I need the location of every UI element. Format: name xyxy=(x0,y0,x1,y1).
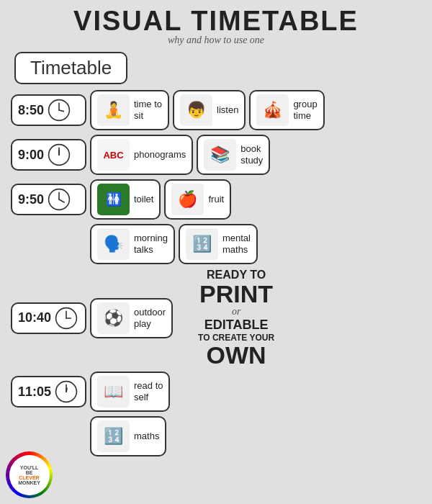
morning-talks-label: morningtalks xyxy=(134,233,168,255)
time-1105: 11:05 xyxy=(18,384,51,400)
activity-morning-talks: 🗣️ morningtalks xyxy=(90,224,175,264)
time-to-sit-label: time tosit xyxy=(134,99,162,121)
timetable-label: Timetable xyxy=(14,52,127,84)
maths-icon: 🔢 xyxy=(97,420,130,452)
mental-maths-label: mentalmaths xyxy=(222,233,251,255)
activity-outdoor-play: ⚽ outdoorplay xyxy=(90,298,173,338)
maths-label: maths xyxy=(134,431,159,442)
or-text: or xyxy=(198,306,274,318)
svg-line-14 xyxy=(66,388,67,392)
sub-title: why and how to use one xyxy=(11,35,421,46)
time-1040: 10:40 xyxy=(18,310,51,325)
activity-fruit: 🍎 fruit xyxy=(164,179,231,220)
toilet-label: toilet xyxy=(134,194,153,205)
mental-maths-icon: 🔢 xyxy=(186,228,218,260)
activity-mental-maths: 🔢 mentalmaths xyxy=(179,224,258,264)
editable-text: EDITABLE xyxy=(198,318,274,333)
clock-icon-850 xyxy=(48,99,71,122)
clock-icon-1040 xyxy=(55,307,78,330)
main-title: VISUAL TIMETABLE xyxy=(11,7,421,35)
time-card-900: 9:00 xyxy=(11,139,86,171)
outdoor-play-icon: ⚽ xyxy=(97,302,130,334)
book-study-icon: 📚 xyxy=(204,139,236,171)
time-card-950: 9:50 xyxy=(11,184,86,215)
ready-section: READY TO PRINT or EDITABLE TO CREATE YOU… xyxy=(198,269,274,367)
activity-time-to-sit: 🧘 time tosit xyxy=(90,90,169,130)
morning-talks-icon: 🗣️ xyxy=(97,228,130,260)
time-900: 9:00 xyxy=(18,148,44,163)
clock-icon-950 xyxy=(48,188,71,211)
group-time-icon: 🎪 xyxy=(256,94,289,126)
time-850: 8:50 xyxy=(18,103,44,118)
activity-read-to-self: 📖 read toself xyxy=(90,372,170,412)
time-to-sit-icon: 🧘 xyxy=(97,94,130,126)
clock-icon-1105 xyxy=(55,380,78,403)
row-950: 9:50 🚻 toilet 🍎 fruit xyxy=(11,179,421,220)
own-text: OWN xyxy=(198,343,274,367)
outdoor-play-label: outdoorplay xyxy=(134,307,166,329)
row-850: 8:50 🧘 time tosit 👦 listen 🎪 grouptime xyxy=(11,90,421,130)
listen-icon: 👦 xyxy=(180,94,212,126)
row-900: 9:00 ABC phonograms 📚 bookstudy xyxy=(11,135,421,175)
group-time-label: grouptime xyxy=(293,99,317,121)
badge-text: YOU'LL BE CLEVER MONKEY xyxy=(18,465,40,485)
time-card-850: 8:50 xyxy=(11,94,86,126)
activity-toilet: 🚻 toilet xyxy=(90,179,161,220)
listen-label: listen xyxy=(217,104,238,116)
clever-monkey-badge: YOU'LL BE CLEVER MONKEY xyxy=(6,451,53,498)
time-card-1105: 11:05 xyxy=(11,376,86,408)
header: VISUAL TIMETABLE why and how to use one xyxy=(11,7,421,46)
activity-maths: 🔢 maths xyxy=(90,416,166,456)
clock-icon-900 xyxy=(48,143,71,166)
activity-book-study: 📚 bookstudy xyxy=(197,135,270,175)
phonograms-icon: ABC xyxy=(97,139,130,171)
print-text: PRINT xyxy=(198,282,274,306)
activity-group-time: 🎪 grouptime xyxy=(249,90,324,130)
row-1040: 10:40 ⚽ outdoorplay READY TO PRINT or ED… xyxy=(11,269,421,367)
activity-listen: 👦 listen xyxy=(173,90,246,130)
clever-inner: YOU'LL BE CLEVER MONKEY xyxy=(9,455,50,495)
book-study-label: bookstudy xyxy=(240,143,263,166)
row-talks: 🗣️ morningtalks 🔢 mentalmaths xyxy=(90,224,421,264)
read-to-self-icon: 📖 xyxy=(97,376,130,408)
fruit-label: fruit xyxy=(208,194,224,205)
row-maths: 🔢 maths xyxy=(90,416,421,456)
time-950: 9:50 xyxy=(18,192,44,207)
page: VISUAL TIMETABLE why and how to use one … xyxy=(0,0,432,504)
phonograms-label: phonograms xyxy=(134,149,186,161)
fruit-icon: 🍎 xyxy=(171,184,204,215)
read-to-self-label: read toself xyxy=(134,380,163,402)
row-1105: 11:05 📖 read toself xyxy=(11,372,421,412)
activity-phonograms: ABC phonograms xyxy=(90,135,193,175)
toilet-icon: 🚻 xyxy=(97,184,130,215)
time-card-1040: 10:40 xyxy=(11,302,86,334)
